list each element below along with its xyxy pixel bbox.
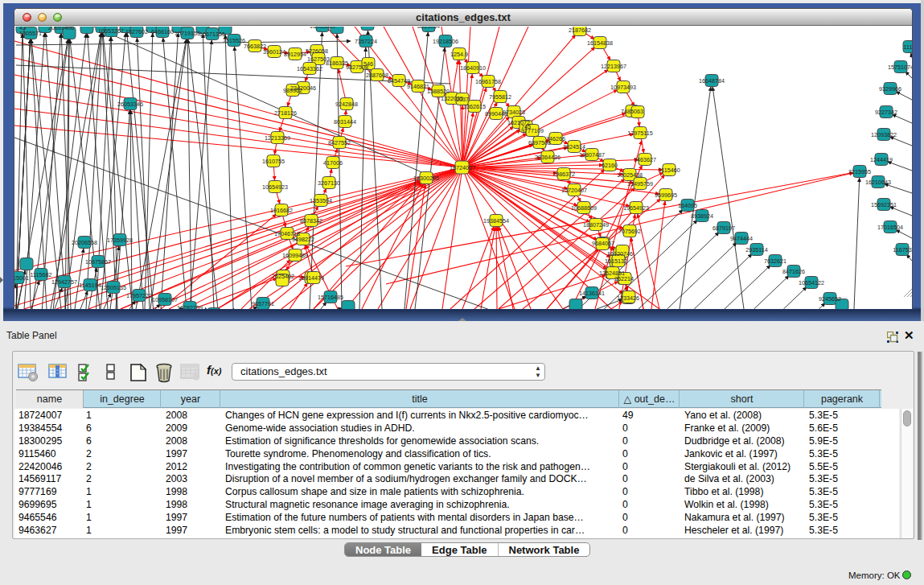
svg-text:15716485: 15716485 [318,294,343,301]
svg-text:10973493: 10973493 [610,84,636,91]
svg-text:16120746: 16120746 [607,250,633,257]
svg-text:16210643: 16210643 [865,179,891,186]
svg-text:20364436: 20364436 [535,154,561,161]
svg-text:9329966: 9329966 [879,85,901,93]
svg-text:15720407: 15720407 [561,187,587,194]
svg-text:9245652: 9245652 [819,295,841,303]
svg-text:19384554: 19384554 [483,217,509,225]
svg-text:18724007: 18724007 [450,164,475,171]
svg-text:7515526: 7515526 [223,37,245,44]
svg-text:20691406: 20691406 [48,27,74,31]
svg-text:2935114: 2935114 [745,246,767,253]
svg-text:3824514: 3824514 [563,143,585,150]
svg-text:16914479: 16914479 [298,274,324,282]
svg-text:9474444: 9474444 [730,235,753,242]
svg-text:2718126: 2718126 [274,109,297,117]
svg-text:3215955: 3215955 [848,168,871,175]
svg-text:17359928: 17359928 [107,237,133,244]
svg-text:9227342: 9227342 [875,109,897,116]
svg-text:16543362: 16543362 [297,65,322,72]
svg-text:18640910: 18640910 [460,64,486,72]
svg-text:1353594: 1353594 [310,197,332,204]
svg-text:26053346: 26053346 [117,101,143,108]
svg-text:12505135: 12505135 [101,284,126,291]
svg-text:16961758: 16961758 [475,78,501,85]
svg-text:8813054: 8813054 [417,27,440,30]
svg-text:1112: 1112 [904,43,912,51]
svg-text:16099489: 16099489 [282,252,308,259]
svg-text:12093822: 12093822 [871,131,897,138]
svg-text:20206558: 20206558 [72,239,97,246]
svg-text:2037: 2037 [456,96,469,103]
svg-text:9463627: 9463627 [634,156,656,163]
svg-text:9777109: 9777109 [521,127,544,134]
svg-text:2187682: 2187682 [569,27,591,34]
svg-text:1916682: 1916682 [270,207,293,214]
svg-text:14136141: 14136141 [579,290,605,297]
svg-text:8678342: 8678342 [300,217,322,225]
svg-text:17016504: 17016504 [877,224,903,231]
svg-text:8031444: 8031444 [334,118,356,126]
svg-text:164095: 164095 [678,202,697,209]
svg-text:19654923: 19654923 [623,204,649,212]
svg-text:2887608: 2887608 [366,72,388,79]
svg-text:1615132: 1615132 [605,257,627,265]
svg-text:1733426: 1733426 [617,295,639,302]
svg-text:19218506: 19218506 [433,38,458,45]
svg-text:1588520: 1588520 [427,88,450,95]
svg-text:7632621: 7632621 [764,257,786,265]
svg-text:9498222: 9498222 [292,236,314,243]
svg-text:1254.9: 1254.9 [450,51,468,58]
svg-text:7986372: 7986372 [552,171,575,178]
svg-text:10025438: 10025438 [617,171,643,179]
svg-text:989962: 989962 [283,87,302,94]
svg-text:7955812: 7955812 [489,93,511,101]
svg-text:9657791: 9657791 [252,300,274,307]
svg-text:9684067: 9684067 [592,240,614,247]
svg-text:16033809: 16033809 [310,27,335,30]
svg-text:17957222: 17957222 [126,292,152,299]
svg-text:1362615: 1362615 [463,103,486,110]
svg-text:3960124: 3960124 [263,48,285,56]
svg-text:9242848: 9242848 [335,101,358,108]
svg-text:10688609: 10688609 [571,204,597,212]
svg-text:10654122: 10654122 [799,279,824,286]
svg-text:746266: 746266 [546,135,565,142]
svg-text:417006: 417006 [323,159,343,167]
svg-text:8938924: 8938924 [691,212,713,220]
svg-text:1244419: 1244419 [870,156,893,163]
svg-text:18807249: 18807249 [583,221,609,229]
svg-text:62160: 62160 [602,162,618,169]
svg-text:10654923: 10654923 [262,183,288,191]
svg-text:1305571: 1305571 [19,30,42,37]
svg-text:7625402: 7625402 [272,273,294,280]
svg-text:15751074: 15751074 [888,64,912,71]
svg-text:1115682: 1115682 [31,271,52,278]
svg-text:10807487: 10807487 [579,151,605,159]
svg-text:3267130: 3267130 [318,179,340,187]
svg-text:12213369: 12213369 [265,134,290,142]
svg-text:6879197: 6879197 [713,225,735,232]
svg-text:13495759: 13495759 [627,180,653,187]
svg-text:8990448: 8990448 [485,110,507,117]
svg-text:7075692: 7075692 [618,228,641,235]
svg-text:16782759: 16782759 [177,304,203,310]
svg-text:10958107: 10958107 [152,296,178,303]
svg-text:9115460: 9115460 [658,167,680,174]
svg-text:16671355: 16671355 [199,31,225,38]
svg-text:8427552: 8427552 [328,139,351,146]
svg-text:16154838: 16154838 [587,39,613,47]
svg-text:116753: 116753 [893,246,911,253]
svg-text:1610755: 1610755 [262,158,285,165]
svg-text:10719155: 10719155 [175,30,200,37]
svg-text:3915001: 3915001 [14,274,29,282]
svg-text:10975867: 10975867 [85,258,111,266]
svg-text:5226058: 5226058 [306,47,328,55]
svg-text:12942757: 12942757 [51,278,77,286]
svg-text:1527602: 1527602 [125,28,148,35]
svg-text:15692351: 15692351 [871,201,897,208]
svg-text:7357224: 7357224 [355,38,377,45]
svg-text:1145194: 1145194 [79,282,101,289]
svg-text:18300295: 18300295 [413,175,439,182]
svg-text:8471626: 8471626 [782,268,805,275]
